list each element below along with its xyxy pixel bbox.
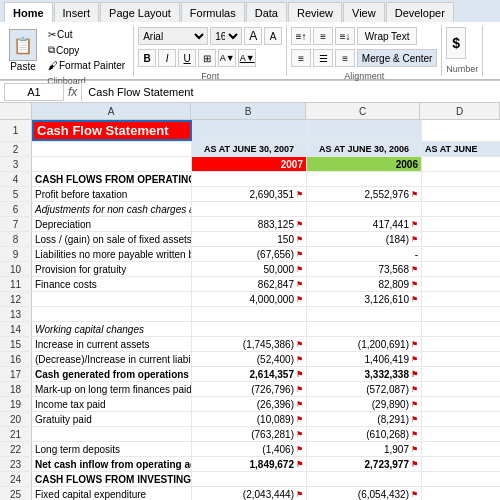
tab-formulas[interactable]: Formulas [181,2,245,22]
cell-b14[interactable] [192,322,307,336]
cell-c25[interactable]: (6,054,432) ⚑ [307,487,422,500]
fill-color-button[interactable]: A▼ [218,49,236,67]
col-header-a[interactable]: A [32,103,191,119]
cell-a4[interactable]: CASH FLOWS FROM OPERATING ACTIVITIES [32,172,192,186]
cell-c5[interactable]: 2,552,976 ⚑ [307,187,422,201]
cell-d15[interactable] [422,337,500,351]
format-painter-button[interactable]: 🖌 Format Painter [44,58,129,73]
cell-d11[interactable] [422,277,500,291]
tab-data[interactable]: Data [246,2,287,22]
cell-b19[interactable]: (26,396) ⚑ [192,397,307,411]
cell-c6[interactable] [307,202,422,216]
cell-b1[interactable] [192,120,307,141]
tab-home[interactable]: Home [4,2,53,22]
tab-developer[interactable]: Developer [386,2,454,22]
cell-c12[interactable]: 3,126,610 ⚑ [307,292,422,306]
cell-b15[interactable]: (1,745,386) ⚑ [192,337,307,351]
cell-a8[interactable]: Loss / (gain) on sale of fixed assets [32,232,192,246]
cell-d14[interactable] [422,322,500,336]
cell-c18[interactable]: (572,087) ⚑ [307,382,422,396]
cell-b24[interactable] [192,472,307,486]
cell-b8[interactable]: 150 ⚑ [192,232,307,246]
cell-c7[interactable]: 417,441 ⚑ [307,217,422,231]
cell-a2[interactable] [32,142,192,156]
cell-c19[interactable]: (29,890) ⚑ [307,397,422,411]
cell-c20[interactable]: (8,291) ⚑ [307,412,422,426]
grow-font-button[interactable]: A [244,27,262,45]
cell-a9[interactable]: Liabilities no more payable written back [32,247,192,261]
cell-d21[interactable] [422,427,500,441]
cell-d9[interactable] [422,247,500,261]
cell-d5[interactable] [422,187,500,201]
cell-c2[interactable]: AS AT JUNE 30, 2006 [307,142,422,156]
cell-c15[interactable]: (1,200,691) ⚑ [307,337,422,351]
cell-b17[interactable]: 2,614,357 ⚑ [192,367,307,381]
cell-c22[interactable]: 1,907 ⚑ [307,442,422,456]
cell-a25[interactable]: Fixed capital expenditure [32,487,192,500]
cell-c21[interactable]: (610,268) ⚑ [307,427,422,441]
cell-a15[interactable]: Increase in current assets [32,337,192,351]
cell-b22[interactable]: (1,406) ⚑ [192,442,307,456]
cell-d16[interactable] [422,352,500,366]
cell-c13[interactable] [307,307,422,321]
dollar-button[interactable]: $ [446,27,466,59]
cell-a12[interactable] [32,292,192,306]
bold-button[interactable]: B [138,49,156,67]
cell-d6[interactable] [422,202,500,216]
cut-button[interactable]: ✂ Cut [44,27,129,42]
align-bottom-button[interactable]: ≡↓ [335,27,355,45]
align-center-button[interactable]: ☰ [313,49,333,67]
cell-d25[interactable] [422,487,500,500]
align-right-button[interactable]: ≡ [335,49,355,67]
cell-d3[interactable] [422,157,500,171]
cell-b12[interactable]: 4,000,000 ⚑ [192,292,307,306]
cell-reference-input[interactable] [4,83,64,101]
cell-c8[interactable]: (184) ⚑ [307,232,422,246]
paste-button[interactable]: 📋 Paste [4,27,42,74]
cell-b7[interactable]: 883,125 ⚑ [192,217,307,231]
cell-c9[interactable]: - [307,247,422,261]
cell-d22[interactable] [422,442,500,456]
cell-d18[interactable] [422,382,500,396]
cell-d24[interactable] [422,472,500,486]
cell-a16[interactable]: (Decrease)/Increase in current liabiliti… [32,352,192,366]
cell-a18[interactable]: Mark-up on long term finances paid [32,382,192,396]
cell-b4[interactable] [192,172,307,186]
italic-button[interactable]: I [158,49,176,67]
cell-a19[interactable]: Income tax paid [32,397,192,411]
cell-b23[interactable]: 1,849,672 ⚑ [192,457,307,471]
cell-d2[interactable]: AS AT JUNE [422,142,500,156]
cell-d23[interactable] [422,457,500,471]
cell-b2[interactable]: AS AT JUNE 30, 2007 [192,142,307,156]
cell-a10[interactable]: Provision for gratuity [32,262,192,276]
cell-b6[interactable] [192,202,307,216]
cell-b16[interactable]: (52,400) ⚑ [192,352,307,366]
cell-b11[interactable]: 862,847 ⚑ [192,277,307,291]
copy-button[interactable]: ⧉ Copy [44,42,129,58]
cell-b18[interactable]: (726,796) ⚑ [192,382,307,396]
cell-c11[interactable]: 82,809 ⚑ [307,277,422,291]
cell-b13[interactable] [192,307,307,321]
cell-d8[interactable] [422,232,500,246]
col-header-c[interactable]: C [306,103,421,119]
cell-b20[interactable]: (10,089) ⚑ [192,412,307,426]
wrap-text-button[interactable]: Wrap Text [357,27,417,45]
cell-a11[interactable]: Finance costs [32,277,192,291]
cell-d17[interactable] [422,367,500,381]
cell-d10[interactable] [422,262,500,276]
underline-button[interactable]: U [178,49,196,67]
shrink-font-button[interactable]: A [264,27,282,45]
cell-b21[interactable]: (763,281) ⚑ [192,427,307,441]
merge-center-button[interactable]: Merge & Center [357,49,437,67]
cell-c1[interactable] [307,120,422,141]
font-color-button[interactable]: A▼ [238,49,256,67]
cell-d12[interactable] [422,292,500,306]
align-middle-button[interactable]: ≡ [313,27,333,45]
cell-c17[interactable]: 3,332,338 ⚑ [307,367,422,381]
cell-c14[interactable] [307,322,422,336]
cell-a5[interactable]: Profit before taxation [32,187,192,201]
cell-a7[interactable]: Depreciation [32,217,192,231]
cell-c3[interactable]: 2006 [307,157,422,171]
cell-b25[interactable]: (2,043,444) ⚑ [192,487,307,500]
cell-a20[interactable]: Gratuity paid [32,412,192,426]
